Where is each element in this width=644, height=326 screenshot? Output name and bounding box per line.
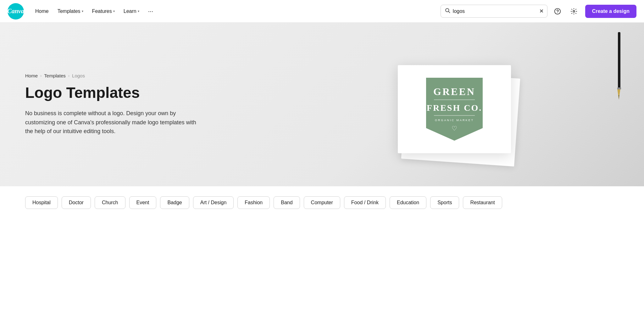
logo[interactable]: Canva [8, 3, 24, 20]
breadcrumb-sep-2: › [68, 73, 69, 78]
category-chip[interactable]: Doctor [62, 196, 91, 209]
templates-chevron-icon: ▾ [82, 9, 83, 13]
svg-rect-5 [618, 32, 620, 89]
svg-text:ORGANIC MARKET: ORGANIC MARKET [435, 119, 474, 122]
nav-more-label: ··· [148, 8, 153, 15]
svg-marker-6 [617, 89, 620, 95]
category-chip[interactable]: Education [390, 196, 426, 209]
hero-visual: GREEN FRESH CO. ORGANIC MARKET ♡ [290, 23, 644, 186]
category-chip[interactable]: Event [129, 196, 157, 209]
svg-text:♡: ♡ [452, 125, 457, 132]
category-chip[interactable]: Hospital [25, 196, 58, 209]
category-chip[interactable]: Band [274, 196, 300, 209]
svg-line-1 [448, 11, 450, 13]
category-chip[interactable]: Restaurant [463, 196, 502, 209]
learn-chevron-icon: ▾ [138, 9, 139, 13]
category-chip[interactable]: Church [95, 196, 125, 209]
search-icon [445, 8, 450, 15]
category-chip[interactable]: Computer [304, 196, 340, 209]
nav-features[interactable]: Features ▾ [88, 6, 119, 17]
search-clear-icon[interactable]: ✕ [539, 8, 543, 14]
breadcrumb: Home › Templates › Logos [25, 73, 201, 78]
breadcrumb-templates[interactable]: Templates [44, 73, 65, 78]
page-title: Logo Templates [25, 85, 201, 101]
pen-decoration [613, 32, 625, 101]
nav-templates[interactable]: Templates ▾ [54, 6, 87, 17]
categories-section: HospitalDoctorChurchEventBadgeArt / Desi… [0, 186, 644, 215]
svg-text:FRESH CO.: FRESH CO. [427, 103, 482, 113]
create-design-button[interactable]: Create a design [585, 5, 636, 18]
svg-marker-7 [618, 95, 619, 100]
help-button[interactable] [551, 5, 564, 18]
logo-text: Canva [7, 8, 24, 15]
settings-button[interactable] [568, 5, 580, 18]
nav-links: Home Templates ▾ Features ▾ Learn ▾ ··· [31, 5, 436, 17]
search-input[interactable] [453, 8, 537, 14]
categories-list: HospitalDoctorChurchEventBadgeArt / Desi… [25, 196, 619, 209]
svg-text:GREEN: GREEN [433, 86, 475, 97]
hero-logo-card: GREEN FRESH CO. ORGANIC MARKET ♡ [398, 65, 511, 153]
category-chip[interactable]: Sports [430, 196, 459, 209]
category-chip[interactable]: Art / Design [193, 196, 234, 209]
category-chip[interactable]: Fashion [237, 196, 270, 209]
nav-learn[interactable]: Learn ▾ [120, 6, 143, 17]
search-bar: ✕ [441, 5, 547, 18]
hero-logo-svg: GREEN FRESH CO. ORGANIC MARKET ♡ [420, 71, 489, 147]
nav-templates-label: Templates [58, 8, 80, 14]
hero-section: Home › Templates › Logos Logo Templates … [0, 23, 644, 186]
breadcrumb-sep-1: › [40, 73, 42, 78]
nav-more[interactable]: ··· [144, 5, 157, 17]
category-chip[interactable]: Food / Drink [344, 196, 386, 209]
nav-features-label: Features [92, 8, 112, 14]
nav-home[interactable]: Home [31, 6, 53, 17]
svg-rect-8 [617, 87, 621, 89]
nav-home-label: Home [35, 8, 49, 14]
category-chip[interactable]: Badge [160, 196, 189, 209]
svg-point-4 [573, 10, 575, 12]
hero-description: No business is complete without a logo. … [25, 109, 201, 136]
breadcrumb-home[interactable]: Home [25, 73, 38, 78]
breadcrumb-current: Logos [72, 73, 85, 78]
nav-learn-label: Learn [124, 8, 136, 14]
hero-content: Home › Templates › Logos Logo Templates … [0, 54, 226, 155]
navbar: Canva Home Templates ▾ Features ▾ Learn … [0, 0, 644, 23]
features-chevron-icon: ▾ [113, 9, 115, 13]
